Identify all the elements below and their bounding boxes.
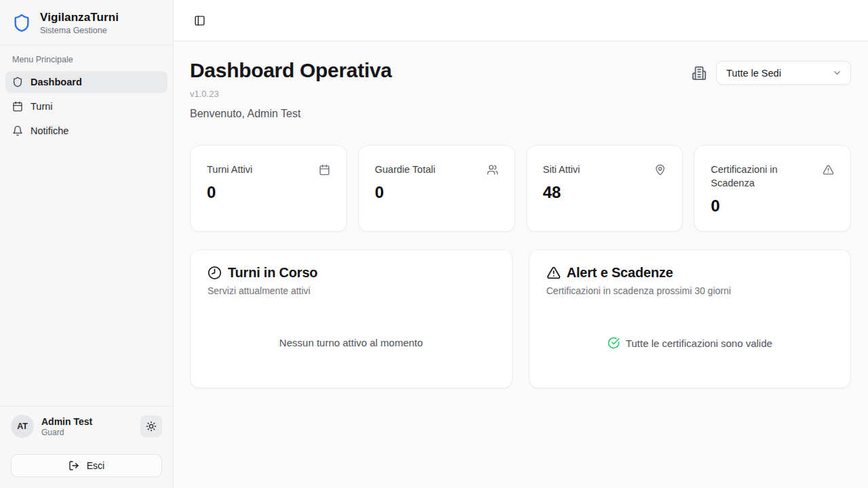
user-role: Guard: [41, 428, 92, 437]
logout-label: Esci: [87, 460, 104, 471]
site-select[interactable]: Tutte le Sedi: [716, 61, 851, 85]
sidebar-item-label: Notifiche: [31, 125, 68, 136]
stat-card-guardie-totali: Guardie Totali 0: [358, 145, 515, 232]
panel-turni-in-corso: Turni in Corso Servizi attualmente attiv…: [190, 249, 513, 388]
stat-label: Guardie Totali: [375, 163, 435, 176]
bell-icon: [12, 125, 23, 136]
sidebar-toggle-button[interactable]: [190, 11, 209, 30]
dashboard-content: Dashboard Operativa v1.0.23 Benvenuto, A…: [174, 41, 868, 488]
site-select-value: Tutte le Sedi: [726, 68, 781, 79]
stat-label: Siti Attivi: [543, 163, 580, 176]
stat-label: Turni Attivi: [207, 163, 252, 176]
version-label: v1.0.23: [190, 89, 392, 99]
stat-card-siti-attivi: Siti Attivi 48: [526, 145, 684, 232]
user-row: AT Admin Test Guard: [11, 415, 162, 438]
panel-alert-scadenze: Alert e Scadenze Certificazioni in scade…: [529, 249, 852, 388]
avatar: AT: [11, 415, 34, 438]
sidebar-footer: AT Admin Test Guard Esci: [0, 406, 173, 488]
sidebar-menu: Menu Principale Dashboard Turni Notifich…: [0, 45, 173, 152]
topbar: [174, 0, 868, 41]
building-icon: [692, 66, 707, 81]
chevron-down-icon: [832, 68, 842, 78]
app-title: VigilanzaTurni: [40, 11, 119, 24]
site-filter: Tutte le Sedi: [692, 61, 851, 85]
panels-row: Turni in Corso Servizi attualmente attiv…: [190, 249, 851, 388]
users-icon: [487, 164, 498, 176]
shield-icon: [12, 77, 23, 87]
panel-title: Alert e Scadenze: [567, 265, 673, 281]
sidebar-item-dashboard[interactable]: Dashboard: [5, 71, 167, 93]
alert-triangle-icon: [547, 266, 561, 280]
stat-value: 0: [207, 183, 330, 202]
sidebar-item-notifiche[interactable]: Notifiche: [5, 120, 167, 142]
panel-left-icon: [194, 15, 205, 26]
certifications-status-text: Tutte le certificazioni sono valide: [626, 338, 772, 349]
panel-subtitle: Certificazioni in scadenza prossimi 30 g…: [547, 285, 834, 296]
shield-logo-icon: [12, 14, 31, 33]
panel-title: Turni in Corso: [228, 265, 317, 281]
stat-value: 0: [375, 183, 498, 202]
clock-icon: [208, 266, 222, 280]
calendar-icon: [12, 101, 23, 112]
certifications-status: Tutte le certificazioni sono valide: [547, 337, 834, 349]
page-head: Dashboard Operativa v1.0.23 Benvenuto, A…: [190, 59, 851, 120]
menu-section-label: Menu Principale: [5, 55, 167, 64]
sidebar-item-turni[interactable]: Turni: [5, 96, 167, 117]
stat-label: Certificazioni in Scadenza: [711, 163, 816, 190]
panel-subtitle: Servizi attualmente attivi: [208, 285, 495, 296]
empty-state-message: Nessun turno attivo al momento: [208, 337, 495, 348]
stats-row: Turni Attivi 0 Guardie Totali 0: [190, 145, 851, 232]
app-tagline: Sistema Gestione: [40, 26, 119, 35]
stat-card-certificazioni: Certificazioni in Scadenza 0: [694, 145, 851, 232]
stat-card-turni-attivi: Turni Attivi 0: [190, 145, 347, 232]
app-root: VigilanzaTurni Sistema Gestione Menu Pri…: [0, 0, 868, 488]
alert-triangle-icon: [823, 164, 834, 176]
user-name: Admin Test: [41, 416, 92, 427]
calendar-icon: [319, 164, 330, 176]
sidebar-item-label: Dashboard: [31, 77, 82, 87]
logout-button[interactable]: Esci: [11, 454, 162, 477]
sidebar-item-label: Turni: [31, 101, 53, 112]
theme-toggle-button[interactable]: [140, 415, 162, 437]
logout-icon: [68, 460, 79, 471]
welcome-message: Benvenuto, Admin Test: [190, 108, 392, 120]
main-area: Dashboard Operativa v1.0.23 Benvenuto, A…: [174, 0, 868, 488]
sidebar: VigilanzaTurni Sistema Gestione Menu Pri…: [0, 0, 174, 488]
sun-icon: [146, 421, 157, 432]
page-title: Dashboard Operativa: [190, 59, 392, 82]
check-circle-icon: [608, 337, 620, 349]
stat-value: 0: [711, 197, 834, 216]
map-pin-icon: [654, 164, 666, 176]
stat-value: 48: [543, 183, 667, 202]
app-brand: VigilanzaTurni Sistema Gestione: [0, 0, 173, 45]
